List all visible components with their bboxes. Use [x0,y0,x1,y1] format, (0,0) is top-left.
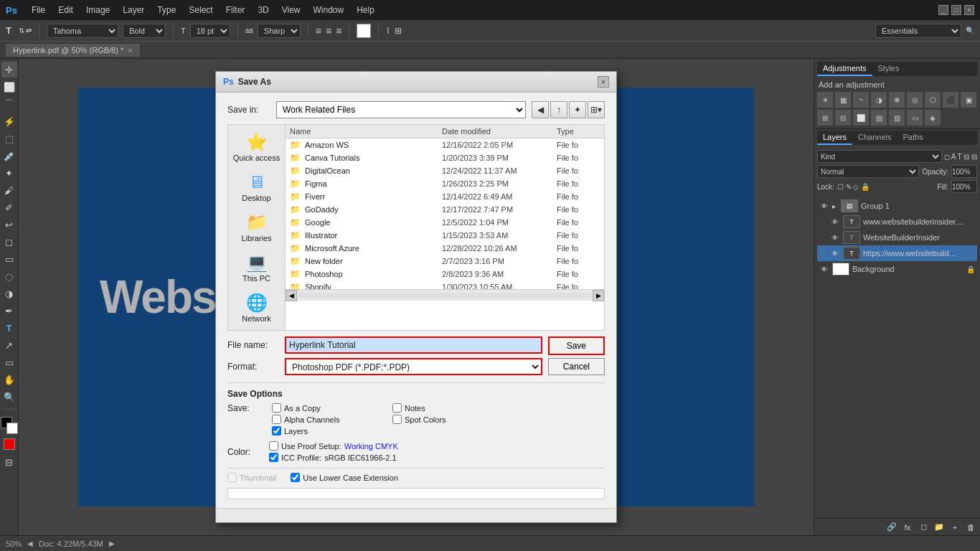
path-select-tool[interactable]: ↗ [1,337,17,353]
save-button[interactable]: Save [548,336,605,355]
screen-mode-btn[interactable]: ⊟ [1,454,17,470]
link-layers-btn[interactable]: 🔗 [885,521,898,534]
orientation-icon[interactable]: ⇅ [19,27,24,34]
sidebar-quick-access[interactable]: ⭐ Quick access [228,128,285,166]
spot-colors-checkbox[interactable] [392,415,402,424]
file-row[interactable]: 📁 Canva Tutorials 1/20/2023 3:39 PM File… [286,151,604,164]
posterize-icon[interactable]: ▤ [871,110,887,126]
channel-mixer-icon[interactable]: ⊞ [817,110,833,126]
selective-color-icon[interactable]: ◈ [925,110,941,126]
color-balance-icon[interactable]: ⬡ [925,92,941,108]
lasso-tool[interactable]: ⌒ [1,96,17,112]
nav-back-btn[interactable]: ◀ [532,101,549,118]
sidebar-desktop[interactable]: 🖥 Desktop [228,168,285,207]
col-name-header[interactable]: Name [290,127,442,136]
document-tab[interactable]: Hyperlink.pdf @ 50% (RGB/8) * × [6,44,141,57]
menu-layer[interactable]: Layer [117,4,150,17]
h-scroll-track[interactable] [298,293,591,298]
layer-visibility-text1[interactable]: 👁 [830,217,840,227]
layers-checkbox[interactable] [272,426,281,435]
curves-icon[interactable]: ~ [853,92,869,108]
icc-profile-checkbox[interactable] [269,453,278,462]
as-copy-checkbox[interactable] [272,403,281,413]
group-expand-icon[interactable]: ▸ [832,202,838,210]
text-tool[interactable]: T [1,320,17,336]
dialog-close-btn[interactable]: × [598,76,609,88]
file-row[interactable]: 📁 Google 12/5/2022 1:04 PM File fo [286,216,604,229]
nav-next-btn[interactable]: ▶ [109,540,115,547]
layer-visibility-bg[interactable]: 👁 [819,264,829,274]
menu-file[interactable]: File [26,4,51,17]
history-brush-tool[interactable]: ↩ [1,217,17,232]
layer-item-background[interactable]: 👁 Background 🔒 [817,261,977,277]
horizontal-scrollbar[interactable]: ◀ ▶ [286,289,604,301]
adjustments-tab[interactable]: Adjustments [817,62,872,76]
opacity-input[interactable] [951,165,977,178]
toggle-char-panel-btn[interactable]: ⊞ [395,26,402,36]
healing-tool[interactable]: ✦ [1,165,17,181]
layer-item-text2[interactable]: 👁 T WebsiteBuilderInsider [817,230,977,245]
move-tool[interactable]: ✛ [1,62,17,77]
use-proof-setup-checkbox[interactable] [269,441,278,451]
levels-icon[interactable]: ▦ [835,92,851,108]
alpha-channels-checkbox[interactable] [272,415,281,424]
blend-mode-select[interactable]: Normal [817,165,919,178]
nav-create-btn[interactable]: ✦ [569,101,586,118]
file-scroll-area[interactable]: 📁 Amazon WS 12/16/2022 2:05 PM File fo 📁… [286,138,604,289]
styles-tab[interactable]: Styles [872,62,905,76]
align-right-btn[interactable]: ≡ [336,25,341,37]
file-row[interactable]: 📁 GoDaddy 12/17/2022 7:47 PM File fo [286,203,604,216]
quick-select-tool[interactable]: ⚡ [1,113,17,129]
eraser-tool[interactable]: ◻ [1,234,17,250]
nav-prev-btn[interactable]: ◀ [27,540,33,547]
hue-sat-icon[interactable]: ◎ [907,92,923,108]
file-row[interactable]: 📁 Microsoft Azure 12/28/2022 10:26 AM Fi… [286,242,604,255]
h-scroll-left-btn[interactable]: ◀ [286,290,297,301]
layers-tab[interactable]: Layers [817,131,852,145]
color-lookup-icon[interactable]: ⊟ [835,110,851,126]
file-row[interactable]: 📁 Illustrator 1/15/2023 3:53 AM File fo [286,229,604,242]
delete-layer-btn[interactable]: 🗑 [964,521,977,534]
close-btn[interactable]: × [964,5,974,15]
file-row[interactable]: 📁 New folder 2/7/2023 3:16 PM File fo [286,255,604,268]
menu-window[interactable]: Window [308,4,350,17]
menu-edit[interactable]: Edit [52,4,79,17]
zoom-tool[interactable]: 🔍 [1,389,17,405]
tab-close-btn[interactable]: × [128,46,132,55]
brightness-contrast-icon[interactable]: ☀ [817,92,833,108]
layer-item-text1[interactable]: 👁 T www.websitebuilderinsider.... [817,214,977,230]
quick-mask-btn[interactable] [4,438,15,450]
layer-visibility-group1[interactable]: 👁 [819,201,829,211]
aa-mode-select[interactable]: Sharp [258,24,301,38]
warp-text-btn[interactable]: ⌇ [386,26,390,36]
menu-view[interactable]: View [276,4,306,17]
font-family-select[interactable]: Tahoma [47,24,118,38]
photo-filter-icon[interactable]: ▣ [961,92,976,108]
lower-case-checkbox[interactable] [291,473,300,482]
clone-stamp-tool[interactable]: ✐ [1,199,17,215]
file-row[interactable]: 📁 Amazon WS 12/16/2022 2:05 PM File fo [286,138,604,151]
gradient-map-icon[interactable]: ▭ [907,110,923,126]
menu-filter[interactable]: Filter [220,4,251,17]
file-row[interactable]: 📁 DigitalOcean 12/24/2022 11:37 AM File … [286,164,604,177]
eyedropper-tool[interactable]: 💉 [1,148,17,164]
brush-tool[interactable]: 🖌 [1,182,17,198]
layer-visibility-text3[interactable]: 👁 [830,248,840,258]
create-group-btn[interactable]: 📁 [933,521,946,534]
menu-3d[interactable]: 3D [252,4,274,17]
font-style-select[interactable]: Bold [123,24,166,38]
menu-select[interactable]: Select [183,4,218,17]
maximize-btn[interactable]: □ [951,5,961,15]
menu-image[interactable]: Image [80,4,116,17]
selection-tool[interactable]: ⬜ [1,79,17,95]
add-mask-btn[interactable]: ◻ [917,521,930,534]
invert-icon[interactable]: ⬜ [853,110,869,126]
nav-up-btn[interactable]: ↑ [550,101,567,118]
channels-tab[interactable]: Channels [852,131,897,145]
hand-tool[interactable]: ✋ [1,372,17,387]
paths-tab[interactable]: Paths [897,131,929,145]
minimize-btn[interactable]: _ [938,5,948,15]
h-scroll-right-btn[interactable]: ▶ [593,290,604,301]
file-row[interactable]: 📁 Fiverr 12/14/2022 6:49 AM File fo [286,190,604,203]
menu-type[interactable]: Type [151,4,182,17]
